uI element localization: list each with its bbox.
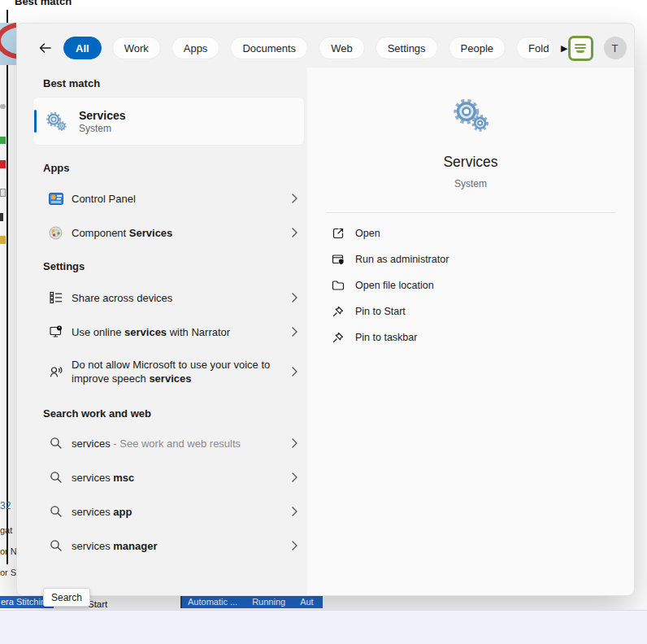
chevron-right-icon xyxy=(292,228,297,237)
services-window-selected-row: Automatic ... Running Aut xyxy=(180,596,323,608)
action-run-as-administrator[interactable]: Run as administrator xyxy=(307,246,634,272)
background-fragment-icon xyxy=(0,104,6,109)
section-heading: Settings xyxy=(43,260,309,272)
start-button-label: Start xyxy=(88,599,107,609)
red-circle-annotation xyxy=(0,23,16,62)
folder-icon xyxy=(332,279,345,292)
control-panel-icon xyxy=(48,193,63,205)
search-icon xyxy=(48,437,63,450)
tab-people[interactable]: People xyxy=(449,37,506,59)
result-speech-services[interactable]: Do not allow Microsoft to use your voice… xyxy=(33,349,304,394)
back-button[interactable] xyxy=(38,37,52,59)
result-component-services[interactable]: Component Services xyxy=(33,215,304,250)
background-fragment-icon xyxy=(0,236,6,244)
tab-web[interactable]: Web xyxy=(319,37,365,59)
result-web-search[interactable]: services - See work and web results xyxy=(33,426,304,460)
narrator-icon xyxy=(48,325,63,338)
user-avatar[interactable]: T xyxy=(604,37,627,59)
chevron-right-icon xyxy=(292,327,297,337)
background-fragment-text: or N xyxy=(0,546,17,556)
action-pin-to-taskbar[interactable]: Pin to taskbar xyxy=(307,324,634,350)
background-fragment-icon xyxy=(0,189,6,197)
section-heading: Apps xyxy=(43,162,309,174)
share-across-devices-icon xyxy=(48,291,63,304)
action-open[interactable]: Open xyxy=(307,220,634,246)
component-services-icon xyxy=(48,226,63,240)
speech-voice-icon xyxy=(48,365,63,378)
result-web-search[interactable]: services manager xyxy=(33,529,304,563)
chevron-right-icon xyxy=(292,438,297,448)
background-fragment-icon xyxy=(0,213,3,221)
search-icon xyxy=(48,505,63,518)
best-match-title: Services xyxy=(79,109,126,122)
service-cell: Aut xyxy=(300,596,314,608)
background-fragment-icon xyxy=(0,160,6,168)
section-heading: Best match xyxy=(43,77,309,89)
action-pin-to-start[interactable]: Pin to Start xyxy=(307,298,634,324)
search-tooltip: Search xyxy=(43,588,90,607)
best-match-subtitle: System xyxy=(79,123,126,134)
tab-work[interactable]: Work xyxy=(112,37,161,59)
open-external-icon xyxy=(332,227,345,240)
preview-actions: Open Run as administrator Open file loca… xyxy=(307,220,634,350)
chevron-right-icon xyxy=(292,507,297,516)
tabs-overflow-button[interactable]: ▶ xyxy=(561,43,567,54)
section-heading: Search work and web xyxy=(43,407,309,420)
search-results-column: Best match Services System Apps xyxy=(17,67,309,595)
tab-folders[interactable]: Fold xyxy=(516,37,554,59)
filter-pills: All Work Apps Documents Web Settings Peo… xyxy=(63,37,554,59)
best-match-result[interactable]: Services System xyxy=(33,98,304,145)
admin-shield-icon xyxy=(332,253,345,266)
result-share-across-devices[interactable]: Share across devices xyxy=(33,281,304,315)
service-startup-cell: Automatic ... xyxy=(188,596,237,608)
result-control-panel[interactable]: Control Panel xyxy=(33,181,304,215)
service-status-cell: Running xyxy=(252,596,285,608)
chevron-right-icon xyxy=(292,367,297,376)
preview-subtitle: System xyxy=(454,178,487,189)
result-web-search[interactable]: services msc xyxy=(33,460,304,494)
services-gears-icon xyxy=(449,97,492,133)
preview-title: Services xyxy=(443,154,497,171)
tab-apps[interactable]: Apps xyxy=(172,37,220,59)
tab-settings[interactable]: Settings xyxy=(376,37,438,59)
back-arrow-icon xyxy=(38,41,52,54)
background-thumbnail xyxy=(0,23,16,65)
result-web-search[interactable]: services app xyxy=(33,494,304,529)
organization-logo-icon[interactable] xyxy=(568,36,593,61)
tabbar-right-group: T ••• xyxy=(568,36,635,61)
result-narrator-online-services[interactable]: Use online services with Narrator xyxy=(33,315,304,349)
taskbar xyxy=(0,610,647,644)
background-fragment-text: or S xyxy=(0,568,16,577)
selection-accent-bar xyxy=(34,110,37,133)
chevron-right-icon xyxy=(292,472,297,482)
background-fragment-text: 32 xyxy=(0,500,11,511)
background-window-border xyxy=(7,10,8,564)
search-icon xyxy=(48,471,63,484)
tab-documents[interactable]: Documents xyxy=(230,37,308,59)
action-open-file-location[interactable]: Open file location xyxy=(307,272,634,298)
services-gears-icon xyxy=(44,111,68,132)
search-filter-tabbar: All Work Apps Documents Web Settings Peo… xyxy=(17,24,634,67)
preview-divider xyxy=(326,212,615,213)
chevron-right-icon xyxy=(292,541,297,550)
chevron-right-icon xyxy=(292,293,297,302)
pin-icon xyxy=(332,331,345,344)
result-preview-panel: Services System Open Run as administrato… xyxy=(307,67,634,595)
tab-all[interactable]: All xyxy=(63,37,102,59)
search-icon xyxy=(48,539,63,552)
background-fragment-text: gat xyxy=(0,525,12,535)
background-clipped-heading: Best match xyxy=(15,0,72,7)
pin-icon xyxy=(332,305,345,318)
search-flyout: All Work Apps Documents Web Settings Peo… xyxy=(16,23,635,596)
chevron-right-icon xyxy=(292,194,297,203)
background-fragment-icon xyxy=(0,137,6,144)
